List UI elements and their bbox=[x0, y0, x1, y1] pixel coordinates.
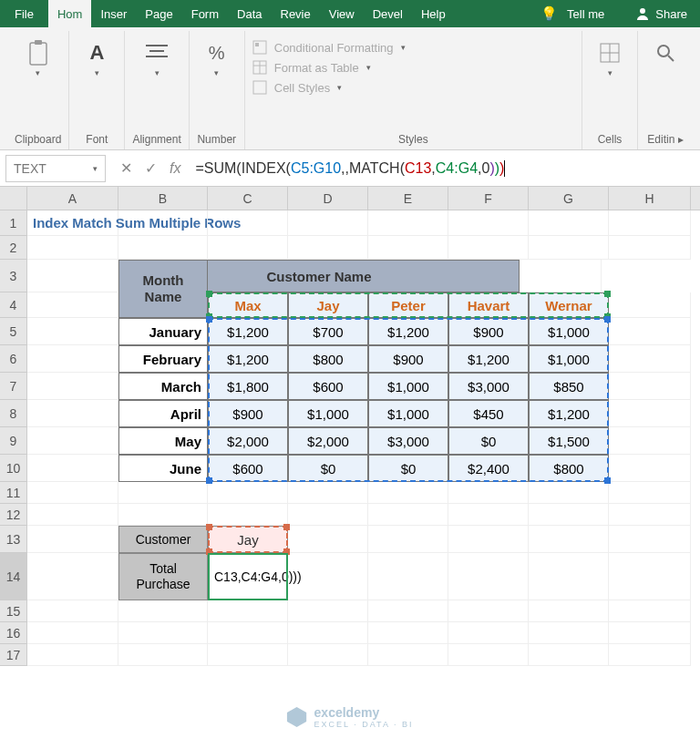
col-havart[interactable]: Havart bbox=[448, 292, 529, 318]
cell[interactable] bbox=[368, 504, 448, 526]
cell[interactable] bbox=[448, 504, 529, 526]
cell[interactable] bbox=[448, 210, 529, 236]
cell[interactable] bbox=[27, 292, 118, 318]
col-header-g[interactable]: G bbox=[529, 187, 609, 210]
col-jay[interactable]: Jay bbox=[288, 292, 368, 318]
data-cell[interactable]: $1,800 bbox=[208, 373, 288, 400]
conditional-formatting-button[interactable]: Conditional Formatting ▾ bbox=[252, 40, 406, 55]
total-label[interactable]: Total Purchase bbox=[118, 553, 208, 600]
cell[interactable] bbox=[529, 622, 609, 644]
cell[interactable] bbox=[118, 210, 208, 236]
data-cell[interactable]: $2,000 bbox=[208, 427, 288, 455]
tab-help[interactable]: Help bbox=[412, 0, 455, 27]
cell[interactable] bbox=[27, 345, 118, 373]
row-header[interactable]: 6 bbox=[0, 345, 27, 373]
customer-label[interactable]: Customer bbox=[118, 526, 208, 553]
cell[interactable] bbox=[208, 622, 288, 644]
cell[interactable] bbox=[208, 600, 288, 622]
cell[interactable] bbox=[118, 236, 208, 260]
data-cell[interactable]: $0 bbox=[288, 455, 368, 482]
formula-cell[interactable]: C13,C4:G4,0))) bbox=[208, 553, 288, 600]
share-button[interactable]: Share bbox=[623, 6, 700, 21]
row-header[interactable]: 3 bbox=[0, 260, 27, 292]
cell[interactable] bbox=[27, 260, 118, 292]
cell[interactable] bbox=[27, 622, 118, 644]
cell[interactable] bbox=[27, 318, 118, 345]
cell[interactable] bbox=[609, 600, 691, 622]
cell[interactable] bbox=[27, 644, 118, 666]
data-cell[interactable]: $1,000 bbox=[529, 318, 609, 345]
row-header[interactable]: 9 bbox=[0, 427, 27, 455]
cell[interactable] bbox=[529, 644, 609, 666]
cell[interactable] bbox=[288, 236, 368, 260]
cell[interactable] bbox=[609, 644, 691, 666]
cell[interactable] bbox=[368, 482, 448, 504]
tell-me-search[interactable]: Tell me bbox=[567, 7, 623, 21]
data-cell[interactable]: $1,200 bbox=[529, 400, 609, 427]
cell[interactable] bbox=[448, 236, 529, 260]
customer-value[interactable]: Jay bbox=[208, 526, 288, 553]
cell[interactable] bbox=[368, 210, 448, 236]
data-cell[interactable]: $900 bbox=[208, 400, 288, 427]
cell[interactable] bbox=[448, 553, 529, 600]
cell[interactable] bbox=[529, 526, 609, 553]
paste-button[interactable]: ▾ bbox=[18, 36, 58, 81]
grid[interactable]: 1 Index Match Sum Multiple Rows 2 3 Mont… bbox=[0, 210, 700, 666]
tab-review[interactable]: Revie bbox=[272, 0, 320, 27]
enter-icon[interactable]: ✓ bbox=[145, 159, 157, 177]
cell[interactable] bbox=[288, 504, 368, 526]
row-header[interactable]: 4 bbox=[0, 292, 27, 318]
data-cell[interactable]: $900 bbox=[368, 345, 448, 373]
cell[interactable] bbox=[448, 600, 529, 622]
cell[interactable] bbox=[609, 318, 691, 345]
cell[interactable] bbox=[368, 600, 448, 622]
tab-file[interactable]: File bbox=[0, 0, 48, 27]
data-cell[interactable]: $3,000 bbox=[448, 373, 529, 400]
cell[interactable] bbox=[27, 373, 118, 400]
cell[interactable] bbox=[208, 482, 288, 504]
data-cell[interactable]: $1,000 bbox=[368, 400, 448, 427]
data-cell[interactable]: $2,000 bbox=[288, 427, 368, 455]
tab-developer[interactable]: Devel bbox=[364, 0, 412, 27]
col-header-a[interactable]: A bbox=[27, 187, 118, 210]
data-cell[interactable]: $3,000 bbox=[368, 427, 448, 455]
select-all-corner[interactable] bbox=[0, 187, 27, 210]
cell[interactable] bbox=[118, 600, 208, 622]
cell[interactable] bbox=[27, 482, 118, 504]
tab-data[interactable]: Data bbox=[228, 0, 271, 27]
cell[interactable] bbox=[448, 482, 529, 504]
tab-home[interactable]: Hom bbox=[48, 0, 91, 27]
row-header[interactable]: 13 bbox=[0, 526, 27, 553]
formula-input[interactable]: =SUM(INDEX(C5:G10,,MATCH(C13,C4:G4,0))) bbox=[195, 155, 695, 182]
cell[interactable] bbox=[609, 427, 691, 455]
worksheet[interactable]: A B C D E F G H 1 Index Match Sum Multip… bbox=[0, 187, 700, 666]
col-header-d[interactable]: D bbox=[288, 187, 368, 210]
month-cell[interactable]: January bbox=[118, 318, 208, 345]
data-cell[interactable]: $1,000 bbox=[529, 345, 609, 373]
data-cell[interactable]: $2,400 bbox=[448, 455, 529, 482]
cell[interactable] bbox=[288, 553, 368, 600]
data-cell[interactable]: $600 bbox=[208, 455, 288, 482]
cell[interactable] bbox=[448, 622, 529, 644]
data-cell[interactable]: $1,200 bbox=[208, 318, 288, 345]
cell[interactable] bbox=[368, 622, 448, 644]
month-cell[interactable]: February bbox=[118, 345, 208, 373]
data-cell[interactable]: $700 bbox=[288, 318, 368, 345]
cell[interactable] bbox=[368, 644, 448, 666]
row-header[interactable]: 8 bbox=[0, 400, 27, 427]
cell[interactable] bbox=[609, 236, 691, 260]
tab-insert[interactable]: Inser bbox=[91, 0, 136, 27]
cell[interactable] bbox=[288, 600, 368, 622]
cell[interactable] bbox=[118, 622, 208, 644]
cell[interactable] bbox=[27, 400, 118, 427]
cell[interactable] bbox=[27, 427, 118, 455]
cell[interactable] bbox=[208, 236, 288, 260]
col-header-e[interactable]: E bbox=[368, 187, 448, 210]
cell[interactable] bbox=[27, 600, 118, 622]
cell[interactable] bbox=[118, 482, 208, 504]
cell[interactable] bbox=[118, 644, 208, 666]
data-cell[interactable]: $1,200 bbox=[368, 318, 448, 345]
data-cell[interactable]: $1,500 bbox=[529, 427, 609, 455]
data-cell[interactable]: $600 bbox=[288, 373, 368, 400]
col-peter[interactable]: Peter bbox=[368, 292, 448, 318]
